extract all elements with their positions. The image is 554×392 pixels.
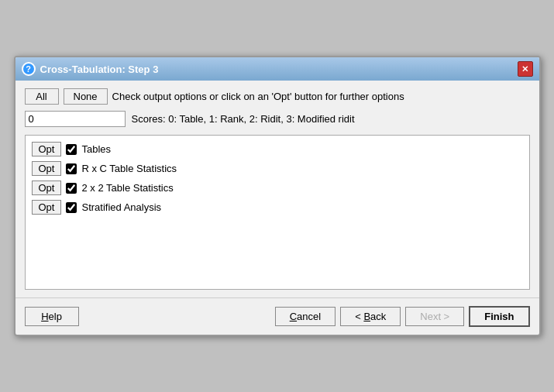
checkbox-0[interactable] bbox=[66, 144, 77, 155]
dialog-content: All None Check output options or click o… bbox=[15, 81, 539, 297]
hint-text: Check output options or click on an 'Opt… bbox=[112, 91, 404, 102]
none-button[interactable]: None bbox=[64, 88, 108, 105]
dialog-title: Cross-Tabulation: Step 3 bbox=[40, 64, 159, 75]
back-button[interactable]: < Back bbox=[340, 307, 401, 326]
opt-button-0[interactable]: Opt bbox=[32, 142, 62, 156]
option-label-0: Tables bbox=[81, 143, 111, 155]
option-row-2: Opt 2 x 2 Table Statistics bbox=[32, 181, 523, 195]
dialog: ? Cross-Tabulation: Step 3 ✕ All None Ch… bbox=[14, 56, 541, 336]
all-button[interactable]: All bbox=[25, 88, 59, 105]
footer: Help Cancel < Back Next > Finish bbox=[15, 297, 539, 335]
finish-button[interactable]: Finish bbox=[469, 306, 529, 327]
top-toolbar: All None Check output options or click o… bbox=[25, 88, 530, 105]
next-button[interactable]: Next > bbox=[405, 307, 464, 326]
score-label: Scores: 0: Table, 1: Rank, 2: Ridit, 3: … bbox=[132, 113, 355, 125]
title-bar: ? Cross-Tabulation: Step 3 ✕ bbox=[15, 57, 539, 81]
option-label-3: Stratified Analysis bbox=[81, 201, 161, 213]
close-button[interactable]: ✕ bbox=[518, 61, 533, 77]
title-bar-left: ? Cross-Tabulation: Step 3 bbox=[22, 62, 159, 76]
checkbox-2[interactable] bbox=[66, 183, 77, 194]
help-button[interactable]: Help bbox=[25, 307, 79, 326]
option-row-0: Opt Tables bbox=[32, 142, 523, 156]
opt-button-1[interactable]: Opt bbox=[32, 161, 62, 176]
option-row-3: Opt Stratified Analysis bbox=[32, 200, 523, 215]
option-row-1: Opt R x C Table Statistics bbox=[32, 161, 523, 176]
option-label-2: 2 x 2 Table Statistics bbox=[81, 182, 173, 194]
help-icon: ? bbox=[22, 62, 36, 76]
options-area: Opt Tables Opt R x C Table Statistics Op… bbox=[25, 135, 530, 290]
opt-button-2[interactable]: Opt bbox=[32, 181, 62, 195]
checkbox-1[interactable] bbox=[66, 163, 77, 174]
cancel-button[interactable]: Cancel bbox=[275, 307, 335, 326]
scores-row: Scores: 0: Table, 1: Rank, 2: Ridit, 3: … bbox=[25, 111, 530, 127]
checkbox-3[interactable] bbox=[66, 202, 77, 213]
score-input[interactable] bbox=[25, 111, 126, 127]
opt-button-3[interactable]: Opt bbox=[32, 200, 62, 215]
option-label-1: R x C Table Statistics bbox=[81, 163, 177, 174]
